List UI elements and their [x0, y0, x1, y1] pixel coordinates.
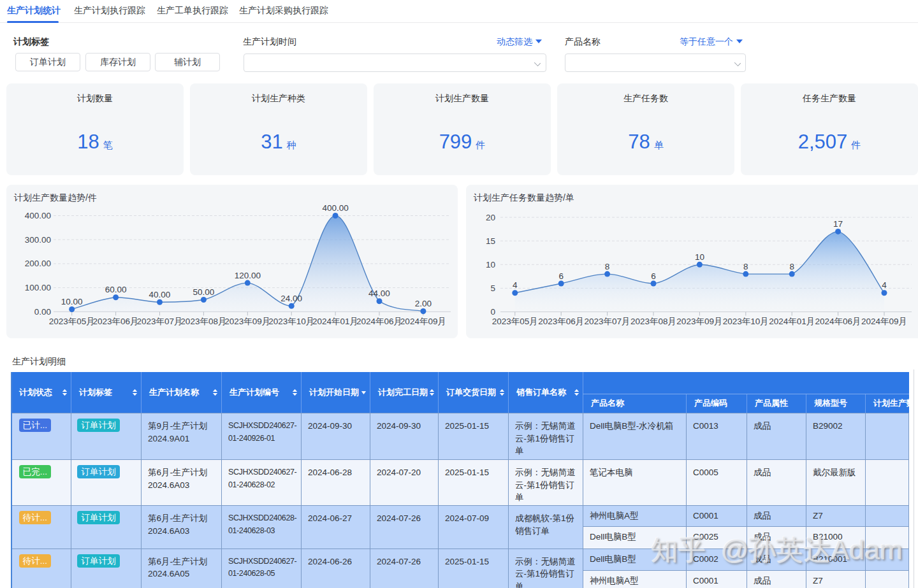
svg-text:5: 5	[490, 283, 495, 293]
svg-text:2024年06月: 2024年06月	[815, 317, 861, 326]
svg-text:0: 0	[490, 307, 495, 317]
svg-text:0.00: 0.00	[34, 307, 51, 317]
svg-text:10.00: 10.00	[61, 297, 83, 306]
svg-text:10: 10	[695, 252, 704, 262]
svg-text:2024年01月: 2024年01月	[769, 317, 815, 326]
svg-text:200.00: 200.00	[25, 259, 51, 268]
svg-text:300.00: 300.00	[25, 235, 51, 245]
svg-text:2.00: 2.00	[415, 299, 432, 308]
svg-text:20: 20	[486, 213, 495, 222]
svg-text:120.00: 120.00	[235, 271, 261, 280]
svg-text:400.00: 400.00	[25, 211, 51, 220]
svg-text:17: 17	[833, 219, 843, 229]
svg-text:2023年07月: 2023年07月	[136, 317, 182, 326]
svg-text:8: 8	[605, 262, 610, 271]
svg-text:2023年06月: 2023年06月	[93, 317, 139, 326]
svg-text:6: 6	[558, 271, 564, 281]
svg-text:44.00: 44.00	[368, 289, 390, 298]
svg-text:2024年01月: 2024年01月	[312, 317, 358, 326]
svg-text:2023年10月: 2023年10月	[268, 317, 314, 326]
svg-text:24.00: 24.00	[280, 294, 302, 303]
svg-text:2023年06月: 2023年06月	[538, 317, 584, 326]
svg-text:100.00: 100.00	[25, 283, 51, 292]
svg-text:2023年09月: 2023年09月	[676, 317, 722, 326]
svg-text:2024年09月: 2024年09月	[861, 317, 907, 326]
svg-text:2023年05月: 2023年05月	[492, 317, 538, 326]
svg-text:2023年08月: 2023年08月	[180, 317, 226, 326]
svg-text:10: 10	[486, 260, 495, 269]
svg-text:2024年09月: 2024年09月	[400, 317, 446, 326]
svg-text:2024年06月: 2024年06月	[356, 317, 402, 326]
svg-text:4: 4	[882, 280, 887, 290]
svg-text:60.00: 60.00	[105, 285, 127, 294]
svg-text:4: 4	[513, 280, 518, 290]
svg-text:8: 8	[789, 262, 794, 271]
svg-text:2023年07月: 2023年07月	[585, 317, 630, 326]
svg-text:2023年09月: 2023年09月	[224, 317, 270, 326]
svg-text:8: 8	[743, 262, 748, 271]
svg-text:400.00: 400.00	[322, 203, 348, 213]
svg-text:15: 15	[486, 236, 495, 246]
svg-text:2023年10月: 2023年10月	[723, 317, 769, 326]
svg-text:6: 6	[651, 271, 656, 281]
svg-text:2023年08月: 2023年08月	[630, 317, 676, 326]
svg-text:40.00: 40.00	[149, 290, 171, 299]
svg-text:50.00: 50.00	[193, 287, 215, 297]
svg-text:2023年05月: 2023年05月	[49, 317, 95, 326]
